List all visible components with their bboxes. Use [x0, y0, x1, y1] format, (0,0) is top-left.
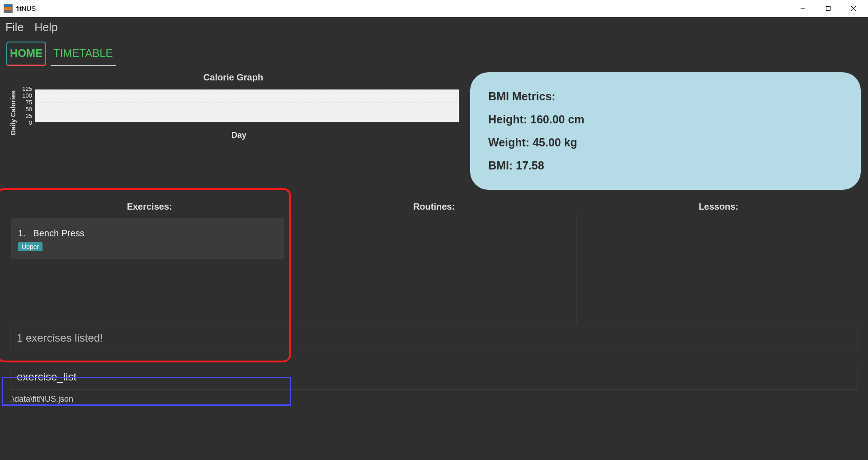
calorie-chart: Calorie Graph Daily Calories 125 100 75 …	[7, 72, 459, 190]
exercise-index: 1.	[18, 228, 26, 238]
menu-help[interactable]: Help	[34, 21, 57, 34]
bmi-height: Height: 160.00 cm	[488, 113, 761, 126]
chart-plot-area	[35, 89, 459, 122]
menu-file[interactable]: File	[5, 21, 24, 34]
exercises-column: 1. Bench Press Upper	[7, 215, 292, 323]
status-message: 1 exercises listed!	[10, 325, 858, 351]
exercise-name: Bench Press	[33, 228, 84, 238]
app-icon	[4, 4, 13, 13]
menubar: File Help	[0, 17, 868, 37]
exercise-item[interactable]: 1. Bench Press Upper	[11, 218, 284, 259]
routines-header: Routines:	[292, 199, 576, 215]
lessons-header: Lessons:	[576, 199, 861, 215]
window-titlebar: fitNUS	[0, 0, 868, 17]
tabbar: HOME TIMETABLE	[0, 37, 868, 65]
chart-ylabel: Daily Calories	[7, 85, 19, 140]
exercise-tag: Upper	[18, 242, 42, 251]
footer-path: .\data\fitNUS.json	[7, 390, 861, 408]
window-title: fitNUS	[16, 5, 36, 12]
close-button[interactable]	[841, 0, 866, 17]
bmi-value: BMI: 17.58	[488, 159, 761, 172]
maximize-button[interactable]	[816, 0, 841, 17]
minimize-button[interactable]	[790, 0, 816, 17]
routines-column	[292, 215, 576, 323]
bmi-title: BMI Metrics:	[488, 90, 761, 103]
command-input-row[interactable]	[10, 364, 858, 390]
svg-rect-1	[826, 6, 830, 10]
bmi-card: BMI Metrics: Height: 160.00 cm Weight: 4…	[470, 72, 861, 190]
bmi-weight: Weight: 45.00 kg	[488, 136, 761, 149]
tab-home[interactable]: HOME	[6, 42, 46, 65]
chart-yticks: 125 100 75 50 25 0	[19, 85, 35, 126]
exercises-header: Exercises:	[7, 199, 292, 215]
tab-timetable[interactable]: TIMETABLE	[51, 42, 116, 65]
lessons-column	[576, 215, 861, 323]
command-input[interactable]	[17, 371, 851, 383]
chart-xlabel: Day	[19, 131, 459, 140]
chart-title: Calorie Graph	[203, 72, 263, 83]
